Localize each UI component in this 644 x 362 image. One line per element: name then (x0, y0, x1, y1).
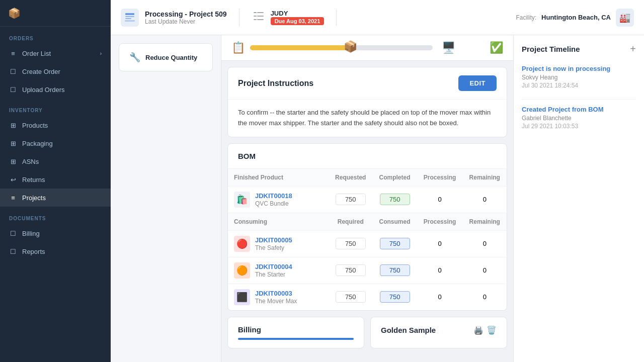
sidebar-item-reports[interactable]: ☐ Reports (0, 242, 111, 260)
sidebar-item-packaging[interactable]: ⊞ Packaging (0, 134, 111, 152)
processing-col: Processing (417, 169, 463, 187)
facility-name: Huntington Beach, CA (541, 14, 611, 21)
consuming-name-1: The Safety (255, 244, 284, 251)
consuming-thumbnail-3: ⬛ (234, 289, 250, 305)
consuming-thumbnail-1: 🔴 (234, 236, 250, 252)
print-icon[interactable]: 🖨️ (473, 325, 484, 335)
qty-required-3: 750 (336, 291, 366, 303)
sidebar-item-products[interactable]: ⊞ Products (0, 116, 111, 134)
consuming-remaining-3: 0 (463, 284, 507, 310)
sidebar-item-returns[interactable]: ↩ Returns (0, 170, 111, 189)
golden-header: Golden Sample 🖨️ 🗑️ (381, 325, 497, 335)
due-badge: Due Aug 03, 2021 (271, 17, 325, 25)
consuming-consumed-1: 750 (372, 230, 417, 257)
sidebar-item-billing[interactable]: ☐ Billing (0, 224, 111, 242)
consuming-processing-2: 0 (417, 257, 463, 284)
consuming-name-2: The Starter (255, 271, 285, 278)
reduce-quantity-card[interactable]: 🔧 Reduce Quantity (119, 43, 213, 71)
reduce-qty-label: Reduce Quantity (145, 54, 197, 61)
svg-rect-2 (125, 18, 131, 19)
topbar-right: Facility: Huntington Beach, CA 🏭 (516, 9, 634, 27)
consuming-processing-3: 0 (417, 284, 463, 310)
sidebar-item-asns[interactable]: ⊞ ASNs (0, 152, 111, 170)
consuming-required-1: 750 (329, 230, 372, 257)
warehouse-icon: 🏭 (616, 9, 634, 27)
step-1-icon: 📋 (231, 41, 245, 54)
remaining-col: Remaining (463, 169, 507, 187)
timeline-user-2: Gabriel Blanchette (522, 115, 636, 122)
remaining-cell: 0 (463, 186, 507, 213)
topbar: Processing - Project 509 Last Update Nev… (111, 0, 644, 35)
consuming-product-cell-3: ⬛ JDKIT00003 The Mover Max (228, 284, 329, 310)
consuming-consumed-3: 750 (372, 284, 417, 310)
timeline-item-2: Created Project from BOM Gabriel Blanche… (522, 106, 636, 130)
consuming-required-3: 750 (329, 284, 372, 310)
qty-consumed-3: 750 (380, 291, 410, 303)
golden-actions: 🖨️ 🗑️ (473, 325, 497, 335)
table-row: ⬛ JDKIT00003 The Mover Max 750 750 0 (228, 284, 507, 310)
sidebar-item-create-order[interactable]: ☐ Create Order (0, 62, 111, 80)
svg-rect-3 (125, 20, 135, 22)
consuming-consumed-2: 750 (372, 257, 417, 284)
assignee-name: JUDY (271, 10, 288, 17)
qty-completed: 750 (380, 194, 410, 205)
returns-icon: ↩ (9, 175, 17, 184)
content-area: 🔧 Reduce Quantity 📋 📦 🖥️ ✅ Project In (111, 35, 644, 362)
product-link[interactable]: JDKIT00018 (255, 192, 292, 200)
products-icon: ⊞ (9, 121, 17, 129)
timeline-event-1: Project is now in processing (522, 65, 636, 72)
consuming-link-3[interactable]: JDKIT00003 (255, 290, 297, 297)
create-order-icon: ☐ (9, 67, 17, 75)
section-header: Project Instructions EDIT (228, 67, 507, 99)
left-panel: 🔧 Reduce Quantity (111, 35, 221, 362)
billing-icon: ☐ (9, 229, 17, 237)
order-list-icon: ≡ (9, 49, 17, 57)
step-2-icon: 📦 (344, 40, 357, 53)
table-row: 🛍️ JDKIT00018 QVC Bundle 750 750 0 (228, 186, 507, 213)
project-title: Processing - Project 509 (145, 10, 227, 18)
facility-label: Facility: (516, 14, 536, 21)
timeline-user-1: Sokvy Heang (522, 74, 636, 81)
consuming-required-2: 750 (329, 257, 372, 284)
consuming-link-1[interactable]: JDKIT00005 (255, 236, 292, 244)
bom-section: BOM Finished Product Requested Completed… (227, 143, 507, 311)
consuming-col: Consuming (228, 213, 329, 230)
consuming-remaining-2: 0 (463, 257, 507, 284)
consuming-link-2[interactable]: JDKIT00004 (255, 263, 292, 270)
edit-button[interactable]: EDIT (458, 75, 497, 91)
requested-cell: 750 (329, 186, 372, 213)
topbar-middle: JUDY Due Aug 03, 2021 (252, 9, 337, 26)
add-timeline-button[interactable]: + (630, 43, 636, 55)
inventory-section-label: INVENTORY (0, 99, 111, 116)
step-3-icon: 🖥️ (442, 41, 455, 54)
sidebar-item-order-list[interactable]: ≡ Order List › (0, 44, 111, 62)
bom-table: Finished Product Requested Completed Pro… (228, 169, 507, 310)
progress-track: 📦 (250, 45, 433, 50)
sidebar-item-upload-orders[interactable]: ☐ Upload Orders (0, 80, 111, 99)
timeline-title: Project Timeline (522, 45, 580, 53)
documents-section-label: DOCUMENTS (0, 207, 111, 224)
consuming-remaining-col: Remaining (463, 213, 507, 230)
bom-header-row: Finished Product Requested Completed Pro… (228, 169, 507, 187)
completed-col: Completed (372, 169, 417, 187)
delete-icon[interactable]: 🗑️ (487, 325, 497, 335)
step-4-icon: ✅ (490, 41, 503, 54)
progress-fill (250, 45, 351, 50)
upload-orders-icon: ☐ (9, 85, 17, 94)
consuming-thumbnail-2: 🟠 (234, 262, 250, 279)
bom-title: BOM (228, 144, 507, 169)
processing-cell: 0 (417, 186, 463, 213)
svg-rect-1 (125, 16, 134, 17)
project-info: Processing - Project 509 Last Update Nev… (145, 10, 227, 25)
packaging-icon: ⊞ (9, 139, 17, 147)
consumed-col: Consumed (372, 213, 417, 230)
table-row: 🔴 JDKIT00005 The Safety 750 750 0 (228, 230, 507, 257)
reports-icon: ☐ (9, 247, 17, 255)
billing-title: Billing (238, 325, 354, 334)
timeline-event-2: Created Project from BOM (522, 106, 636, 113)
sidebar: 📦 ORDERS ≡ Order List › ☐ Create Order ☐… (0, 0, 111, 362)
checklist-icon (252, 9, 266, 26)
sidebar-item-projects[interactable]: ≡ Projects (0, 189, 111, 207)
consuming-name-3: The Mover Max (255, 298, 297, 305)
topbar-assignee: JUDY Due Aug 03, 2021 (271, 10, 325, 25)
